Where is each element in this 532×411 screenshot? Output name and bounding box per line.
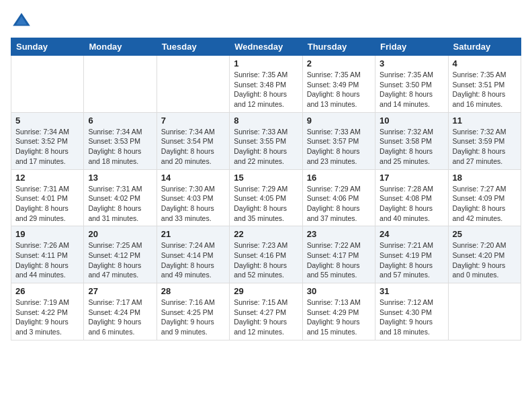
day-number: 19 <box>15 229 79 239</box>
day-info: Sunrise: 7:29 AMSunset: 4:05 PMDaylight:… <box>234 184 298 224</box>
day-info: Sunrise: 7:33 AMSunset: 3:55 PMDaylight:… <box>234 127 298 167</box>
day-info: Sunrise: 7:35 AMSunset: 3:51 PMDaylight:… <box>453 70 517 109</box>
day-cell: 9Sunrise: 7:33 AMSunset: 3:57 PMDaylight… <box>302 112 375 169</box>
day-number: 22 <box>234 229 298 239</box>
day-number: 3 <box>380 58 443 68</box>
day-cell: 10Sunrise: 7:32 AMSunset: 3:58 PMDayligh… <box>375 112 448 169</box>
day-info: Sunrise: 7:15 AMSunset: 4:27 PMDaylight:… <box>234 298 298 337</box>
day-info: Sunrise: 7:31 AMSunset: 4:01 PMDaylight:… <box>15 184 79 224</box>
week-row-1: 1Sunrise: 7:35 AMSunset: 3:48 PMDaylight… <box>11 56 521 113</box>
week-row-5: 26Sunrise: 7:19 AMSunset: 4:22 PMDayligh… <box>11 283 521 340</box>
day-number: 1 <box>234 58 298 68</box>
day-info: Sunrise: 7:35 AMSunset: 3:48 PMDaylight:… <box>234 70 298 109</box>
day-cell: 26Sunrise: 7:19 AMSunset: 4:22 PMDayligh… <box>11 283 84 340</box>
day-number: 24 <box>380 229 443 239</box>
day-number: 28 <box>161 286 225 296</box>
day-number: 4 <box>453 58 517 68</box>
day-number: 25 <box>453 229 517 239</box>
day-info: Sunrise: 7:33 AMSunset: 3:57 PMDaylight:… <box>307 127 371 167</box>
day-number: 7 <box>161 116 225 126</box>
day-cell: 11Sunrise: 7:32 AMSunset: 3:59 PMDayligh… <box>448 112 521 169</box>
week-row-3: 12Sunrise: 7:31 AMSunset: 4:01 PMDayligh… <box>11 169 521 226</box>
day-cell: 31Sunrise: 7:12 AMSunset: 4:30 PMDayligh… <box>375 283 448 340</box>
day-info: Sunrise: 7:16 AMSunset: 4:25 PMDaylight:… <box>161 298 225 337</box>
day-cell: 22Sunrise: 7:23 AMSunset: 4:16 PMDayligh… <box>230 226 302 283</box>
header-wednesday: Wednesday <box>230 38 302 56</box>
day-info: Sunrise: 7:32 AMSunset: 3:59 PMDaylight:… <box>453 127 517 167</box>
page-header <box>11 11 521 32</box>
header-thursday: Thursday <box>302 38 375 56</box>
day-number: 13 <box>88 173 152 183</box>
day-cell: 1Sunrise: 7:35 AMSunset: 3:48 PMDaylight… <box>230 56 302 113</box>
day-number: 12 <box>15 173 79 183</box>
day-number: 30 <box>307 286 371 296</box>
day-number: 18 <box>453 173 517 183</box>
day-cell: 2Sunrise: 7:35 AMSunset: 3:49 PMDaylight… <box>302 56 375 113</box>
day-info: Sunrise: 7:23 AMSunset: 4:16 PMDaylight:… <box>234 240 298 280</box>
day-cell: 17Sunrise: 7:28 AMSunset: 4:08 PMDayligh… <box>375 169 448 226</box>
day-number: 5 <box>15 116 79 126</box>
day-info: Sunrise: 7:12 AMSunset: 4:30 PMDaylight:… <box>380 298 443 337</box>
day-cell: 3Sunrise: 7:35 AMSunset: 3:50 PMDaylight… <box>375 56 448 113</box>
calendar-table: SundayMondayTuesdayWednesdayThursdayFrid… <box>11 38 521 340</box>
day-cell: 7Sunrise: 7:34 AMSunset: 3:54 PMDaylight… <box>157 112 229 169</box>
day-number: 16 <box>307 173 371 183</box>
day-cell: 23Sunrise: 7:22 AMSunset: 4:17 PMDayligh… <box>302 226 375 283</box>
day-info: Sunrise: 7:35 AMSunset: 3:49 PMDaylight:… <box>307 70 371 109</box>
day-info: Sunrise: 7:31 AMSunset: 4:02 PMDaylight:… <box>88 184 152 224</box>
day-number: 15 <box>234 173 298 183</box>
day-cell: 8Sunrise: 7:33 AMSunset: 3:55 PMDaylight… <box>230 112 302 169</box>
day-number: 11 <box>453 116 517 126</box>
day-cell: 4Sunrise: 7:35 AMSunset: 3:51 PMDaylight… <box>448 56 521 113</box>
day-cell <box>84 56 157 113</box>
day-number: 20 <box>88 229 152 239</box>
day-info: Sunrise: 7:24 AMSunset: 4:14 PMDaylight:… <box>161 240 225 280</box>
day-number: 8 <box>234 116 298 126</box>
day-info: Sunrise: 7:30 AMSunset: 4:03 PMDaylight:… <box>161 184 225 224</box>
day-number: 29 <box>234 286 298 296</box>
day-info: Sunrise: 7:29 AMSunset: 4:06 PMDaylight:… <box>307 184 371 224</box>
day-number: 17 <box>380 173 443 183</box>
day-cell: 29Sunrise: 7:15 AMSunset: 4:27 PMDayligh… <box>230 283 302 340</box>
day-cell: 27Sunrise: 7:17 AMSunset: 4:24 PMDayligh… <box>84 283 157 340</box>
logo <box>11 11 35 32</box>
week-row-4: 19Sunrise: 7:26 AMSunset: 4:11 PMDayligh… <box>11 226 521 283</box>
header-monday: Monday <box>84 38 157 56</box>
day-cell: 18Sunrise: 7:27 AMSunset: 4:09 PMDayligh… <box>448 169 521 226</box>
header-sunday: Sunday <box>11 38 84 56</box>
day-info: Sunrise: 7:34 AMSunset: 3:54 PMDaylight:… <box>161 127 225 167</box>
header-saturday: Saturday <box>448 38 521 56</box>
day-number: 14 <box>161 173 225 183</box>
day-cell: 28Sunrise: 7:16 AMSunset: 4:25 PMDayligh… <box>157 283 229 340</box>
day-cell: 30Sunrise: 7:13 AMSunset: 4:29 PMDayligh… <box>302 283 375 340</box>
day-info: Sunrise: 7:21 AMSunset: 4:19 PMDaylight:… <box>380 240 443 280</box>
day-info: Sunrise: 7:34 AMSunset: 3:52 PMDaylight:… <box>15 127 79 167</box>
day-info: Sunrise: 7:27 AMSunset: 4:09 PMDaylight:… <box>453 184 517 224</box>
calendar-header-row: SundayMondayTuesdayWednesdayThursdayFrid… <box>11 38 521 56</box>
day-cell: 21Sunrise: 7:24 AMSunset: 4:14 PMDayligh… <box>157 226 229 283</box>
day-info: Sunrise: 7:20 AMSunset: 4:20 PMDaylight:… <box>453 240 517 280</box>
day-cell <box>157 56 229 113</box>
week-row-2: 5Sunrise: 7:34 AMSunset: 3:52 PMDaylight… <box>11 112 521 169</box>
day-cell <box>448 283 521 340</box>
day-info: Sunrise: 7:32 AMSunset: 3:58 PMDaylight:… <box>380 127 443 167</box>
day-number: 27 <box>88 286 152 296</box>
day-cell: 19Sunrise: 7:26 AMSunset: 4:11 PMDayligh… <box>11 226 84 283</box>
day-cell: 13Sunrise: 7:31 AMSunset: 4:02 PMDayligh… <box>84 169 157 226</box>
day-cell: 20Sunrise: 7:25 AMSunset: 4:12 PMDayligh… <box>84 226 157 283</box>
day-info: Sunrise: 7:34 AMSunset: 3:53 PMDaylight:… <box>88 127 152 167</box>
day-number: 2 <box>307 58 371 68</box>
day-info: Sunrise: 7:13 AMSunset: 4:29 PMDaylight:… <box>307 298 371 337</box>
day-number: 9 <box>307 116 371 126</box>
header-tuesday: Tuesday <box>157 38 229 56</box>
day-cell: 16Sunrise: 7:29 AMSunset: 4:06 PMDayligh… <box>302 169 375 226</box>
day-number: 23 <box>307 229 371 239</box>
day-number: 21 <box>161 229 225 239</box>
day-info: Sunrise: 7:25 AMSunset: 4:12 PMDaylight:… <box>88 240 152 280</box>
day-number: 10 <box>380 116 443 126</box>
day-cell: 6Sunrise: 7:34 AMSunset: 3:53 PMDaylight… <box>84 112 157 169</box>
day-cell: 25Sunrise: 7:20 AMSunset: 4:20 PMDayligh… <box>448 226 521 283</box>
day-info: Sunrise: 7:17 AMSunset: 4:24 PMDaylight:… <box>88 298 152 337</box>
logo-icon <box>11 11 32 32</box>
day-info: Sunrise: 7:22 AMSunset: 4:17 PMDaylight:… <box>307 240 371 280</box>
